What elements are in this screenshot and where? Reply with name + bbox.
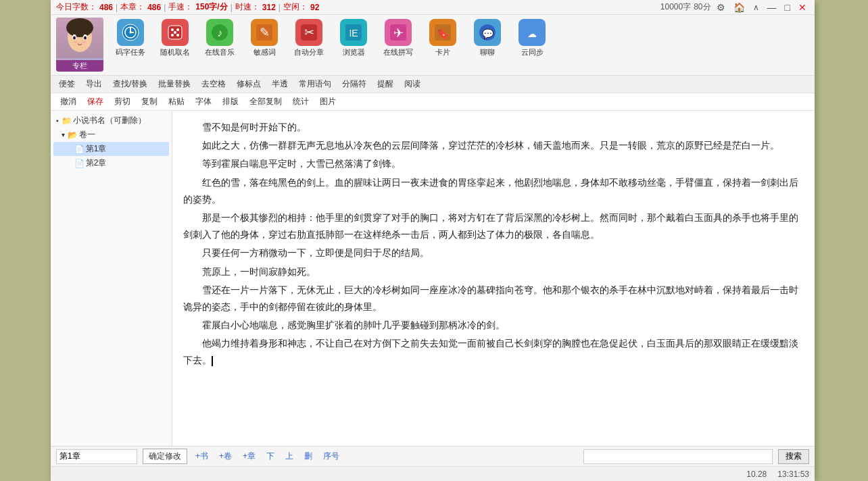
read-btn[interactable]: 阅读	[402, 77, 423, 91]
spell-icon: ✈	[385, 19, 412, 46]
half-trans-btn[interactable]: 半透	[269, 77, 291, 91]
speed-label: 手速：	[168, 1, 193, 13]
toolbar-icon-chat[interactable]: 💬 聊聊	[466, 18, 509, 59]
doc-icon-c2: 📄	[74, 159, 85, 168]
batch-replace-btn[interactable]: 批量替换	[155, 77, 193, 91]
delete-btn[interactable]: 删	[302, 449, 315, 463]
svg-point-7	[82, 41, 86, 43]
svg-point-4	[73, 36, 76, 40]
copy-btn[interactable]: 复制	[137, 95, 162, 109]
card-label: 卡片	[435, 47, 450, 57]
icon-grid: 码字任务 随机取名	[109, 18, 809, 59]
font-btn[interactable]: 字体	[191, 95, 216, 109]
chat-icon: 💬	[474, 19, 501, 46]
svg-point-1	[66, 18, 93, 37]
bottom-status: 10.28 13:31:53	[51, 466, 815, 481]
toolbar-icon-card[interactable]: 🔖 卡片	[421, 18, 464, 59]
toolbar-icon-auto[interactable]: ✂ 自动分章	[287, 18, 331, 59]
fix-punct-btn[interactable]: 修标点	[234, 77, 264, 91]
cloud-label: 云同步	[521, 47, 544, 57]
move-up-btn[interactable]: 上	[283, 449, 296, 463]
common-phrase-btn[interactable]: 常用语句	[296, 77, 334, 91]
tree-expand-c2	[70, 159, 72, 167]
svg-point-15	[176, 28, 179, 31]
search-input[interactable]	[583, 449, 773, 464]
toolbar-icon-mazi[interactable]: 码字任务	[109, 18, 152, 59]
svg-text:🔖: 🔖	[436, 27, 450, 40]
copy-all-btn[interactable]: 全部复制	[245, 95, 286, 109]
chapter-name-input[interactable]	[56, 449, 137, 464]
browser-label: 浏览器	[343, 47, 365, 57]
add-volume-btn[interactable]: +卷	[216, 449, 235, 463]
close-button[interactable]: ✕	[796, 2, 809, 13]
tree-expand-root: ▪	[56, 117, 59, 124]
content-area[interactable]: 雪不知是何时开始下的。 如此之大，仿佛一群群无声无息地从冷灰色的云层间降落，穿过…	[172, 111, 815, 446]
minci-icon: ✎	[251, 19, 278, 46]
svg-point-18	[174, 31, 176, 34]
toolbar-icon-minci[interactable]: ✎ 敏感词	[243, 18, 286, 59]
toolbar-icon-music[interactable]: ♪ 在线音乐	[198, 18, 241, 59]
order-btn[interactable]: 序号	[320, 449, 342, 463]
svg-point-17	[176, 34, 179, 36]
svg-text:✎: ✎	[260, 26, 270, 39]
svg-point-5	[84, 36, 87, 40]
home-icon[interactable]: 🏠	[731, 2, 748, 13]
bianjian-btn[interactable]: 便签	[56, 77, 78, 91]
toolbar-icon-browser[interactable]: IE 浏览器	[332, 18, 375, 59]
main-area: ▪ 📁 小说书名（可删除） ▾ 📂 卷一 📄 第1章 📄 第2章	[51, 111, 815, 446]
paste-btn[interactable]: 粘贴	[164, 95, 189, 109]
move-down-btn[interactable]: 下	[264, 449, 277, 463]
settings-icon[interactable]: ⚙	[714, 2, 728, 13]
doc-icon-c1: 📄	[74, 145, 85, 154]
suiji-label: 随机取名	[160, 47, 190, 57]
status-bar: 今日字数： 486 | 本章： 486 | 手速： 150字/分 | 时速： 3…	[51, 0, 815, 15]
add-chapter-btn[interactable]: +章	[240, 449, 258, 463]
bottom-section: 确定修改 +书 +卷 +章 下 上 删 序号 搜索 10.28 13:31:53	[51, 446, 815, 481]
image-btn[interactable]: 图片	[316, 95, 340, 109]
content-p9: 霍展白小心地喘息，感觉胸里扩张着的肺叶几乎要触碰到那柄冰冷的剑。	[183, 317, 804, 334]
content-p7: 荒原上，一时间寂静如死。	[183, 263, 804, 280]
find-replace-btn[interactable]: 查找/替换	[110, 77, 150, 91]
daochu-btn[interactable]: 导出	[83, 77, 105, 91]
save-btn[interactable]: 保存	[83, 95, 107, 109]
bottom-bar: 确定修改 +书 +卷 +章 下 上 删 序号 搜索	[51, 446, 815, 466]
tree-root-label: 小说书名（可删除）	[73, 115, 146, 126]
window-controls: 10000字 80分 ⚙ 🏠 ∧ — □ ✕	[660, 1, 809, 13]
confirm-modify-button[interactable]: 确定修改	[143, 449, 187, 464]
maximize-button[interactable]: □	[782, 2, 793, 13]
content-p10: 他竭力维持着身形和神志，不让自己在对方倒下之前失去知觉一面前被自己长剑刺穿的胸膛…	[183, 335, 804, 369]
search-container: 搜索	[583, 449, 809, 464]
card-icon: 🔖	[429, 19, 456, 46]
tree-expand-v1: ▾	[62, 131, 65, 138]
content-p1: 雪不知是何时开始下的。	[183, 119, 804, 136]
expand-icon[interactable]: ∧	[750, 3, 762, 12]
toolbar-icon-cloud[interactable]: ☁ 云同步	[510, 18, 554, 59]
tree-volume[interactable]: ▾ 📂 卷一	[53, 128, 169, 142]
add-book-btn[interactable]: +书	[193, 449, 211, 463]
content-p6: 只要任何一方稍微动一下，立即便是同归于尽的结局。	[183, 245, 804, 261]
remind-btn[interactable]: 提醒	[375, 77, 396, 91]
remove-space-btn[interactable]: 去空格	[199, 77, 228, 91]
cut-btn[interactable]: 剪切	[110, 95, 135, 109]
tree-root[interactable]: ▪ 📁 小说书名（可删除）	[53, 113, 169, 128]
toolbar-icon-spell[interactable]: ✈ 在线拼写	[377, 18, 420, 59]
tree-chapter1[interactable]: 📄 第1章	[53, 142, 169, 156]
svg-point-6	[74, 41, 78, 43]
tree-expand-c1	[70, 145, 72, 153]
time-indicator: 13:31:53	[777, 470, 809, 479]
undo-btn[interactable]: 撤消	[56, 95, 80, 109]
search-button[interactable]: 搜索	[778, 449, 809, 464]
folder-icon-v1: 📂	[68, 130, 78, 140]
svg-point-16	[171, 34, 174, 36]
tree-chapter2[interactable]: 📄 第2章	[53, 156, 169, 170]
mazi-icon	[117, 19, 144, 46]
separator-btn[interactable]: 分隔符	[339, 77, 369, 91]
folder-icon-root: 📁	[62, 116, 72, 126]
content-p8: 雪还在一片一片落下，无休无止，巨大的冷杉树如同一座座冰冷的墓碑指向苍穹。他和那个…	[183, 282, 804, 315]
avatar-image	[56, 18, 103, 58]
toolbar-icon-suiji[interactable]: 随机取名	[153, 18, 197, 59]
text-cursor	[212, 356, 213, 366]
minimize-button[interactable]: —	[765, 2, 779, 13]
stats-btn[interactable]: 统计	[289, 95, 313, 109]
layout-btn[interactable]: 排版	[218, 95, 243, 109]
